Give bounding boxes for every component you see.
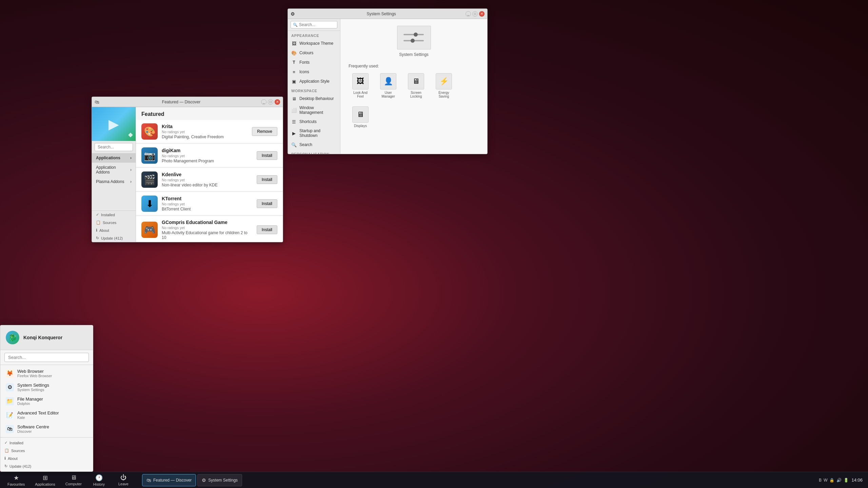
sysset-search-area: 🔍	[288, 19, 340, 31]
discover-about-link[interactable]: ℹ About	[92, 226, 136, 234]
screen-locking-label: Screen Locking	[406, 91, 426, 98]
list-item[interactable]: 🦊 Web Browser Firefox Web Browser	[0, 366, 93, 380]
app-rating: No ratings yet	[162, 202, 253, 206]
list-item[interactable]: ⚙ System Settings System Settings	[0, 380, 93, 394]
app-rating: No ratings yet	[162, 154, 253, 158]
taskbar-item-history[interactable]: 🕐 History	[87, 473, 111, 488]
sidebar-item-icons[interactable]: ≡ Icons	[288, 67, 340, 77]
sidebar-item-fonts[interactable]: T Fonts	[288, 58, 340, 67]
computer-icon: 🖥	[71, 474, 77, 481]
sysset-search-input[interactable]	[299, 22, 335, 27]
maximize-button[interactable]: □	[472, 11, 478, 17]
sysset-window-controls: _ □ ✕	[466, 11, 485, 17]
sidebar-item-plasma-addons[interactable]: Plasma Addons ›	[92, 177, 136, 186]
install-button[interactable]: Install	[257, 175, 277, 184]
installed-link[interactable]: ✓ Installed	[0, 439, 93, 447]
sysset-preview-section: System Settings	[344, 23, 483, 64]
app-name: File Manager	[17, 396, 43, 402]
arrow-icon: ›	[130, 167, 132, 172]
sidebar-item-workspace-theme[interactable]: 🖼 Workspace Theme	[288, 39, 340, 48]
sidebar-item-search[interactable]: 🔍 Search	[288, 140, 340, 149]
app-desc: Digital Painting, Creative Freedom	[162, 135, 248, 139]
update-label: Update (412)	[101, 236, 123, 240]
app-name: Krita	[162, 124, 248, 129]
update-icon: ↻	[4, 464, 7, 468]
displays-icon: 🖥	[352, 106, 369, 123]
list-item: 🎨 Krita No ratings yet Digital Painting,…	[136, 120, 283, 143]
minimize-button[interactable]: _	[466, 11, 471, 17]
remove-button[interactable]: Remove	[252, 127, 277, 136]
freq-item-look-and-feel[interactable]: 🖼 Look And Feel	[349, 71, 372, 100]
user-manager-icon: 👤	[380, 73, 396, 89]
taskbar-item-favourites[interactable]: ★ Favourites	[3, 473, 29, 488]
minimize-button[interactable]: _	[261, 99, 267, 105]
freq-item-energy-saving[interactable]: ⚡ Energy Saving	[432, 71, 456, 100]
sidebar-item-window-management[interactable]: ⬜ Window Management	[288, 103, 340, 117]
sysset-preview	[397, 26, 431, 49]
desktop-behaviour-icon: 🖥	[291, 96, 297, 101]
close-button[interactable]: ✕	[479, 11, 485, 17]
discover-search-input[interactable]	[95, 143, 133, 151]
update-icon: ↻	[96, 236, 99, 240]
sidebar-item-applications[interactable]: Applications ›	[92, 153, 136, 163]
discover-sources-link[interactable]: 📋 Sources	[92, 219, 136, 226]
app-icon: 📝	[6, 411, 14, 419]
sysset-sidebar: 🔍 Appearance 🖼 Workspace Theme 🎨 Colours…	[288, 19, 340, 154]
discover-nav: Applications › Application Addons › Plas…	[92, 153, 136, 210]
battery-icon: 🔋	[844, 478, 849, 483]
list-item: 🎬 Kdenlive No ratings yet Non-linear vid…	[136, 168, 283, 191]
taskbar-windows: 🛍 Featured — Discover ⚙ System Settings	[142, 474, 242, 486]
list-item[interactable]: 📁 File Manager Dolphin	[0, 394, 93, 408]
konqi-header: 🐉 Konqi Konqueror	[0, 325, 93, 350]
discover-update-link[interactable]: ↻ Update (412)	[92, 234, 136, 242]
avatar: 🐉	[6, 331, 19, 344]
discover-window-controls: _ □ ✕	[261, 99, 280, 105]
sidebar-item-application-style[interactable]: ▣ Application Style	[288, 77, 340, 86]
taskbar-right: B W 🔒 🔊 🔋 14:06	[813, 477, 868, 483]
app-desc: BitTorrent Client	[162, 207, 253, 211]
discover-window: 🛍 Featured — Discover _ □ ✕ ▶ ◆ Applicat…	[92, 97, 283, 242]
freq-item-user-manager[interactable]: 👤 User Manager	[376, 71, 400, 100]
taskbar-item-computer[interactable]: 🖥 Computer	[61, 473, 86, 487]
sidebar-item-shortcuts[interactable]: ☰ Shortcuts	[288, 117, 340, 126]
taskbar-item-applications[interactable]: ⊞ Applications	[30, 473, 60, 488]
list-item[interactable]: 🛍 Software Centre Discover	[0, 422, 93, 436]
discover-window-icon: 🛍	[95, 99, 99, 105]
window-management-label: Window Management	[299, 105, 337, 115]
close-button[interactable]: ✕	[275, 99, 280, 105]
freq-item-displays[interactable]: 🖥 Displays	[349, 104, 372, 130]
desktop-behaviour-label: Desktop Behaviour	[299, 96, 334, 101]
about-link[interactable]: ℹ About	[0, 454, 93, 462]
discover-installed-link[interactable]: ✓ Installed	[92, 211, 136, 219]
konqi-search-input[interactable]	[4, 353, 89, 362]
clock: 14:06	[851, 477, 863, 483]
freq-item-screen-locking[interactable]: 🖥 Screen Locking	[404, 71, 428, 100]
frequently-used-grid: 🖼 Look And Feel 👤 User Manager 🖥 Screen …	[349, 71, 479, 130]
sidebar-item-startup-shutdown[interactable]: ▶ Startup and Shutdown	[288, 126, 340, 140]
app-desc: Photo Management Program	[162, 159, 253, 163]
ktorrent-icon: ⬇	[141, 196, 158, 212]
favourites-icon: ★	[14, 474, 19, 482]
sidebar-item-application-addons[interactable]: Application Addons ›	[92, 163, 136, 177]
favourites-label: Favourites	[7, 482, 25, 486]
wifi-icon: W	[824, 478, 827, 483]
sources-link[interactable]: 📋 Sources	[0, 447, 93, 454]
appearance-section-header: Appearance	[288, 31, 340, 39]
taskbar-item-leave[interactable]: ⏻ Leave	[112, 473, 135, 487]
update-link[interactable]: ↻ Update (412)	[0, 462, 93, 470]
taskbar-window-discover[interactable]: 🛍 Featured — Discover	[142, 474, 196, 486]
about-label: About	[99, 228, 109, 232]
app-name: GCompris Educational Game	[162, 220, 253, 225]
install-button[interactable]: Install	[257, 199, 277, 208]
application-style-icon: ▣	[291, 79, 297, 84]
list-item[interactable]: 📝 Advanced Text Editor Kate	[0, 408, 93, 422]
sidebar-item-desktop-behaviour[interactable]: 🖥 Desktop Behaviour	[288, 94, 340, 103]
maximize-button[interactable]: □	[268, 99, 273, 105]
taskbar-window-sysset[interactable]: ⚙ System Settings	[197, 474, 242, 486]
install-button[interactable]: Install	[257, 151, 277, 160]
install-button[interactable]: Install	[257, 225, 277, 234]
startup-shutdown-label: Startup and Shutdown	[299, 128, 337, 138]
sidebar-item-colours[interactable]: 🎨 Colours	[288, 48, 340, 58]
discover-search-area	[92, 141, 136, 153]
preview-label: System Settings	[347, 52, 480, 57]
